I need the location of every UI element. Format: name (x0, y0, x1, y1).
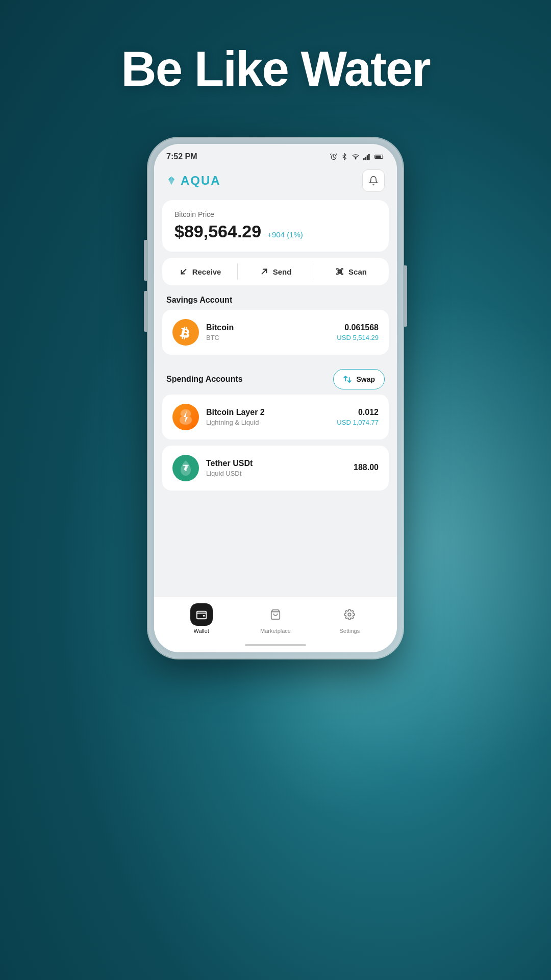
svg-rect-2 (363, 158, 365, 160)
send-button[interactable]: Send (238, 258, 313, 285)
status-icons (330, 153, 385, 161)
app-header: AQUA (154, 165, 397, 200)
marketplace-nav-label: Marketplace (260, 628, 291, 634)
battery-icon (374, 154, 385, 160)
logo-diamond-icon (166, 176, 177, 186)
svg-point-1 (355, 158, 356, 159)
nav-settings[interactable]: Settings (332, 603, 367, 634)
status-bar: 7:52 PM (154, 144, 397, 165)
receive-label: Receive (192, 267, 221, 276)
spending-header: Spending Accounts Swap (154, 361, 397, 395)
main-headline: Be Like Water (0, 41, 551, 97)
home-indicator-container (154, 644, 397, 652)
svg-point-20 (348, 613, 352, 616)
tether-icon: ₮ (172, 455, 199, 481)
swap-label: Swap (356, 375, 375, 383)
bitcoin-balance: 0.061568 USD 5,514.29 (337, 323, 379, 341)
layer2-info: Bitcoin Layer 2 Lightning & Liquid (206, 408, 330, 426)
svg-rect-11 (340, 270, 342, 271)
swap-icon (343, 375, 352, 384)
bitcoin-account-card[interactable]: Bitcoin BTC 0.061568 USD 5,514.29 (162, 310, 389, 355)
tether-amount: 188.00 (354, 463, 379, 472)
price-card: Bitcoin Price $89,564.29 +904 (1%) (162, 200, 389, 252)
nav-marketplace[interactable]: Marketplace (258, 603, 293, 634)
layer2-icon (172, 404, 199, 430)
svg-rect-3 (365, 157, 366, 160)
logo-text: AQUA (181, 174, 221, 188)
bottom-navigation: Wallet Marketplace (154, 597, 397, 644)
svg-rect-5 (368, 154, 370, 160)
svg-rect-10 (338, 270, 339, 271)
bitcoin-amount: 0.061568 (337, 323, 379, 332)
layer2-account-card[interactable]: Bitcoin Layer 2 Lightning & Liquid 0.012… (162, 395, 389, 439)
phone-frame: 7:52 PM (148, 138, 403, 658)
receive-icon (179, 267, 188, 276)
alarm-icon (330, 153, 338, 161)
marketplace-nav-icon (264, 603, 287, 626)
svg-line-9 (262, 270, 266, 274)
settings-nav-icon (338, 603, 361, 626)
price-label: Bitcoin Price (174, 210, 377, 218)
bitcoin-name: Bitcoin (206, 323, 330, 332)
home-indicator (245, 644, 306, 646)
send-label: Send (273, 267, 292, 276)
tether-info: Tether USDt Liquid USDt (206, 459, 346, 477)
bell-icon (368, 176, 379, 186)
svg-rect-14 (341, 273, 341, 273)
wallet-nav-label: Wallet (194, 628, 209, 634)
scan-button[interactable]: Scan (313, 258, 389, 285)
svg-rect-12 (338, 272, 339, 274)
svg-rect-7 (375, 156, 381, 158)
price-row: $89,564.29 +904 (1%) (174, 222, 377, 241)
price-amount: $89,564.29 (174, 222, 261, 241)
bitcoin-icon (172, 319, 199, 346)
send-icon (260, 267, 269, 276)
app-logo: AQUA (166, 174, 221, 188)
wallet-nav-icon (190, 603, 213, 626)
tether-account-card[interactable]: ₮ Tether USDt Liquid USDt 188.00 (162, 446, 389, 491)
receive-button[interactable]: Receive (162, 258, 238, 285)
svg-text:₮: ₮ (183, 464, 189, 473)
wifi-icon (351, 153, 360, 160)
nav-wallet[interactable]: Wallet (184, 603, 219, 634)
spending-section-title: Spending Accounts (166, 375, 243, 384)
status-time: 7:52 PM (166, 152, 197, 161)
notifications-button[interactable] (362, 169, 385, 192)
svg-rect-17 (196, 611, 206, 619)
savings-section-title: Savings Account (154, 285, 397, 310)
scan-icon (335, 267, 344, 276)
layer2-amount: 0.012 (337, 408, 379, 417)
bitcoin-sub: BTC (206, 334, 330, 341)
scroll-content: Savings Account Bitcoin BTC 0.061568 USD… (154, 285, 397, 597)
price-change: +904 (1%) (267, 230, 303, 239)
layer2-balance: 0.012 USD 1,074.77 (337, 408, 379, 426)
bitcoin-info: Bitcoin BTC (206, 323, 330, 341)
svg-line-8 (181, 270, 186, 274)
tether-name: Tether USDt (206, 459, 346, 468)
svg-rect-18 (203, 615, 205, 617)
settings-nav-label: Settings (339, 628, 360, 634)
signal-icon (363, 153, 371, 160)
phone-screen: 7:52 PM (154, 144, 397, 652)
tether-sub: Liquid USDt (206, 470, 346, 477)
scan-label: Scan (348, 267, 367, 276)
bitcoin-usd: USD 5,514.29 (337, 334, 379, 341)
layer2-usd: USD 1,074.77 (337, 419, 379, 426)
svg-rect-4 (367, 155, 368, 160)
bluetooth-icon (341, 153, 348, 161)
action-bar: Receive Send Scan (162, 258, 389, 285)
swap-button[interactable]: Swap (333, 369, 385, 389)
tether-balance: 188.00 (354, 463, 379, 474)
layer2-name: Bitcoin Layer 2 (206, 408, 330, 417)
layer2-sub: Lightning & Liquid (206, 419, 330, 426)
